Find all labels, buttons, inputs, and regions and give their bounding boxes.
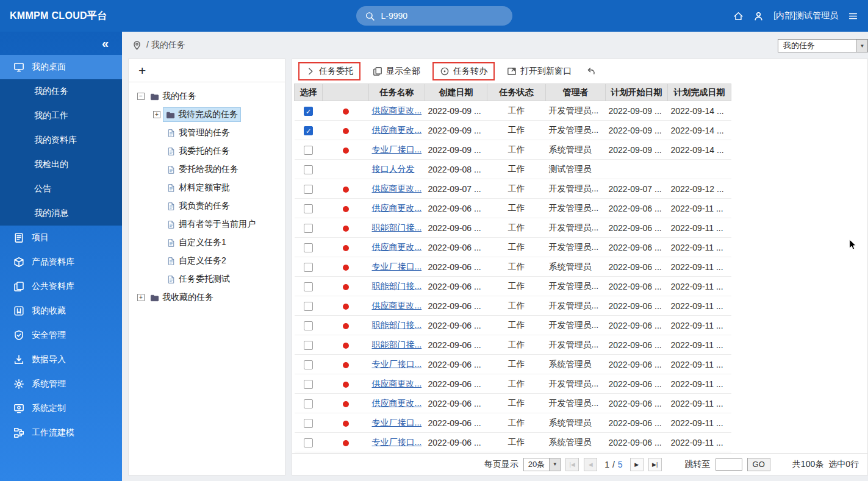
tree-node[interactable]: 自定义任务2 (129, 252, 285, 270)
next-page-button[interactable]: ▶ (630, 458, 644, 471)
row-checkbox[interactable] (304, 438, 313, 447)
sidebar-item[interactable]: 公共资料库 (0, 274, 122, 299)
task-name-link[interactable]: 供应商更改... (372, 125, 422, 135)
task-name-link[interactable]: 供应商更改... (372, 105, 422, 115)
sidebar-item[interactable]: 系统定制 (0, 396, 122, 421)
task-name-link[interactable]: 接口人分发 (372, 164, 415, 174)
tree-node[interactable]: +我收藏的任务 (129, 288, 285, 307)
table-row[interactable]: 职能部门接...2022-09-06 ...工作开发管理员...2022-09-… (295, 218, 731, 238)
sidebar-item[interactable]: 工作流建模 (0, 421, 122, 445)
sidebar-item[interactable]: 我的桌面 (0, 55, 122, 79)
row-checkbox[interactable] (304, 224, 313, 233)
tree-node[interactable]: 我负责的任务 (129, 197, 285, 215)
table-row[interactable]: 专业厂接口...2022-09-06 ...工作系统管理员2022-09-06 … (295, 433, 731, 452)
expand-toggle-icon[interactable]: + (137, 294, 145, 301)
task-name-link[interactable]: 职能部门接... (372, 340, 422, 349)
go-button[interactable]: GO (747, 458, 770, 471)
sidebar-item[interactable]: 我的消息 (0, 201, 122, 226)
task-name-link[interactable]: 专业厂接口... (372, 262, 422, 271)
toolbar-button-open-new-window[interactable]: 打开到新窗口 (504, 63, 574, 79)
task-name-link[interactable]: 供应商更改... (372, 203, 422, 213)
row-checkbox[interactable] (304, 263, 313, 272)
row-checkbox[interactable] (304, 302, 313, 311)
toolbar-button-task-transfer[interactable]: 任务转办 (432, 62, 495, 80)
column-header[interactable]: 管理者 (546, 84, 606, 101)
row-checkbox[interactable] (304, 282, 313, 291)
tree-node[interactable]: 自定义任务1 (129, 233, 285, 252)
column-header[interactable]: 计划开始日期 (606, 84, 668, 101)
tree-node[interactable]: +我待完成的任务 (129, 105, 285, 124)
per-page-select[interactable]: 20条 ▼ (523, 458, 561, 471)
table-row[interactable]: 专业厂接口...2022-09-06 ...工作系统管理员2022-09-06 … (295, 355, 731, 374)
tree-node[interactable]: 材料定额审批 (129, 179, 285, 197)
task-name-link[interactable]: 供应商更改... (372, 379, 422, 388)
task-name-link[interactable]: 职能部门接... (372, 223, 422, 232)
table-row[interactable]: 供应商更改...2022-09-06 ...工作开发管理员...2022-09-… (295, 199, 731, 218)
tree-node[interactable]: 委托给我的任务 (129, 160, 285, 179)
sidebar-item[interactable]: 我检出的 (0, 152, 122, 177)
table-row[interactable]: ✓供应商更改...2022-09-09 ...工作开发管理员...2022-09… (295, 101, 731, 121)
row-checkbox[interactable] (304, 146, 313, 155)
sidebar-item[interactable]: 我的任务 (0, 79, 122, 104)
row-checkbox[interactable] (304, 185, 313, 194)
prev-page-button[interactable]: ◀ (584, 458, 597, 471)
table-row[interactable]: 职能部门接...2022-09-06 ...工作开发管理员...2022-09-… (295, 277, 731, 296)
view-selector-dropdown[interactable]: 我的任务 ▼ (778, 39, 868, 52)
home-icon[interactable] (733, 11, 744, 21)
chevron-down-icon[interactable]: ▼ (856, 40, 867, 52)
table-row[interactable]: 供应商更改...2022-09-06 ...工作开发管理员...2022-09-… (295, 238, 731, 257)
task-name-link[interactable]: 专业厂接口... (372, 359, 422, 369)
row-checkbox[interactable] (304, 360, 313, 369)
row-checkbox[interactable] (304, 341, 313, 350)
collapse-sidebar-button[interactable]: « (0, 32, 122, 55)
task-name-link[interactable]: 职能部门接... (372, 320, 422, 330)
table-row[interactable]: 专业厂接口...2022-09-06 ...工作系统管理员2022-09-06 … (295, 257, 731, 277)
task-name-link[interactable]: 供应商更改... (372, 242, 422, 252)
collapse-toggle-icon[interactable]: − (137, 93, 145, 100)
menu-icon[interactable] (848, 11, 858, 21)
row-checkbox[interactable] (304, 243, 313, 252)
per-page-dropdown-icon[interactable]: ▼ (549, 458, 560, 471)
table-row[interactable]: 供应商更改...2022-09-07 ...工作开发管理员...2022-09-… (295, 179, 731, 199)
table-row[interactable]: 职能部门接...2022-09-06 ...工作开发管理员...2022-09-… (295, 335, 731, 355)
column-header[interactable]: 选择 (295, 84, 323, 101)
task-name-link[interactable]: 供应商更改... (372, 398, 422, 408)
row-checkbox[interactable] (304, 399, 313, 408)
tree-node[interactable]: 我委托的任务 (129, 142, 285, 160)
user-icon[interactable] (753, 11, 764, 21)
toolbar-button-show-all[interactable]: 显示全部 (370, 63, 423, 79)
column-header[interactable]: 任务状态 (487, 84, 546, 101)
column-header[interactable]: 任务名称 (369, 84, 425, 101)
row-checkbox[interactable] (304, 380, 313, 389)
row-checkbox[interactable] (304, 321, 313, 330)
sidebar-item[interactable]: 我的收藏 (0, 299, 122, 323)
table-row[interactable]: 供应商更改...2022-09-06 ...工作开发管理员...2022-09-… (295, 394, 731, 413)
task-name-link[interactable]: 专业厂接口... (372, 418, 422, 427)
sidebar-item[interactable]: 产品资料库 (0, 250, 122, 274)
table-row[interactable]: 接口人分发2022-09-08 ...工作测试管理员 (295, 160, 731, 179)
column-header[interactable] (323, 84, 369, 101)
table-row[interactable]: 供应商更改...2022-09-06 ...工作开发管理员...2022-09-… (295, 296, 731, 316)
first-page-button[interactable]: |◀ (565, 458, 579, 471)
expand-toggle-icon[interactable]: + (153, 111, 160, 118)
sidebar-item[interactable]: 项目 (0, 226, 122, 250)
tree-node[interactable]: 任务委托测试 (129, 270, 285, 288)
task-name-link[interactable]: 专业厂接口... (372, 144, 422, 154)
tree-node[interactable]: 拥有者等于当前用户 (129, 215, 285, 233)
row-checkbox[interactable] (304, 204, 313, 213)
task-name-link[interactable]: 职能部门接... (372, 281, 422, 291)
current-user-label[interactable]: [内部]测试管理员 (773, 10, 838, 21)
tree-node[interactable]: −我的任务 (129, 87, 285, 105)
task-name-link[interactable]: 专业厂接口... (372, 437, 422, 447)
column-header[interactable]: 创建日期 (425, 84, 487, 101)
row-checkbox[interactable] (304, 419, 313, 428)
sidebar-item[interactable]: 公告 (0, 177, 122, 201)
global-search-input[interactable]: L-9990 (356, 6, 512, 26)
toolbar-button-task-delegate[interactable]: 任务委托 (298, 62, 360, 80)
table-row[interactable]: 专业厂接口...2022-09-09 ...工作系统管理员2022-09-09 … (295, 140, 731, 160)
table-row[interactable]: 专业厂接口...2022-09-06 ...工作系统管理员2022-09-06 … (295, 413, 731, 433)
row-checkbox[interactable]: ✓ (304, 126, 313, 135)
table-row[interactable]: ✓供应商更改...2022-09-09 ...工作开发管理员...2022-09… (295, 121, 731, 140)
table-row[interactable]: 供应商更改...2022-09-06 ...工作开发管理员...2022-09-… (295, 374, 731, 394)
table-row[interactable]: 职能部门接...2022-09-06 ...工作开发管理员...2022-09-… (295, 316, 731, 335)
